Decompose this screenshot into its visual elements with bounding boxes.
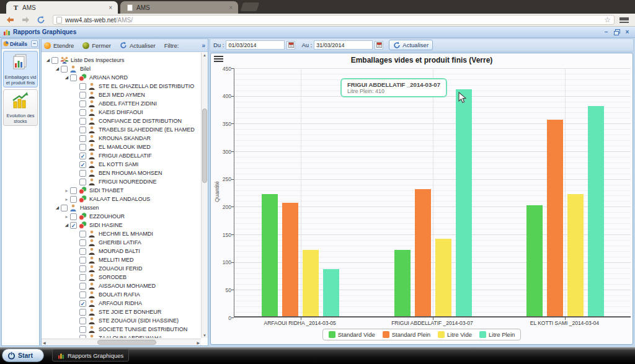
tree-item-societe-tunisie-distribution[interactable]: SOCIETE TUNISIE DISTRIBUTION <box>42 325 200 334</box>
tree-item-aissaoui-mohamed[interactable]: AISSAOUI MOHAMED <box>42 282 200 290</box>
tree-item-bilel[interactable]: ◢Bilel <box>42 64 200 73</box>
tree-checkbox[interactable] <box>79 127 86 133</box>
tree-item-el-mamlouk-imed[interactable]: EL MAMLOUK IMED <box>42 143 200 151</box>
legend-item-litre-vide[interactable]: Litre Vide <box>438 331 472 338</box>
tree-checkbox[interactable]: ✓ <box>70 222 77 229</box>
date-from-input[interactable]: 01/03/2014 <box>226 40 285 50</box>
tree-checkbox[interactable] <box>70 213 77 220</box>
tree-checkbox[interactable] <box>70 74 77 81</box>
tree-checkbox[interactable] <box>79 309 86 316</box>
tab-close-icon[interactable]: × <box>227 4 234 11</box>
tab-close-icon[interactable]: × <box>107 4 114 11</box>
tree-item-hechmi-el-mhamdi[interactable]: HECHMI EL MHAMDI <box>42 229 200 238</box>
tree-item-zouaoui-ferid[interactable]: ZOUAOUI FERID <box>42 264 200 273</box>
tree-checkbox[interactable] <box>79 179 86 185</box>
tree-checkbox[interactable] <box>79 170 86 177</box>
reload-icon[interactable] <box>35 15 47 25</box>
date-to-input[interactable]: 31/03/2014 <box>314 40 373 50</box>
tree-refresh-button[interactable]: Actualiser <box>130 42 156 49</box>
collapse-node-icon[interactable]: ◢ <box>63 75 70 80</box>
tree-checkbox[interactable] <box>79 326 86 333</box>
tree-item-frigui-noureddine[interactable]: FRIGUI NOUREDDINE <box>42 177 200 186</box>
tree-item-sidi-hasine[interactable]: ◢✓SIDI HASINE <box>42 221 200 229</box>
collapse-node-icon[interactable]: ◢ <box>45 58 51 63</box>
tree-horizontal-scrollbar[interactable]: ◀ ▶ <box>42 339 201 345</box>
tree-item-beji-med-aymen[interactable]: BEJI MED AYMEN <box>42 91 200 99</box>
tree-checkbox[interactable] <box>79 274 86 281</box>
legend-item-standard-vide[interactable]: Standard Vide <box>329 331 375 338</box>
tree-item-confiance-de-distribution[interactable]: CONFIANCE DE DISTRIBUTION <box>42 117 200 125</box>
bar-litre-plein-el-kotti-sami-2014-03-04[interactable] <box>588 106 604 316</box>
tree-item-kalaat-el-andalous[interactable]: ▸KALAAT EL ANDALOUS <box>42 195 200 203</box>
taskbar-item-rapports[interactable]: Rapports Graphiques <box>52 349 129 362</box>
tree-item-hassen[interactable]: ◢Hassen <box>42 203 200 212</box>
tree-checkbox[interactable] <box>79 144 86 151</box>
scroll-left-icon[interactable]: ◀ <box>43 340 46 345</box>
tree-item-krouna-skandar[interactable]: KROUNA SKANDAR <box>42 134 200 143</box>
tree-checkbox[interactable] <box>79 257 86 264</box>
tree-item-boulati-rafia[interactable]: BOULATI RAFIA <box>42 290 200 299</box>
expand-node-icon[interactable]: ▸ <box>63 197 70 202</box>
tree-item-ste-el-ghazella-de-distributio[interactable]: STE EL GHAZELLA DE DISTRIBUTIO <box>42 82 200 91</box>
tree-item-zaalouni-abdelwaha[interactable]: ZAALOUNI ABDELWAHA <box>42 334 200 338</box>
tree-checkbox[interactable] <box>79 335 86 339</box>
bar-litre-plein-arfaoui-ridha-2014-03-05[interactable] <box>323 269 339 316</box>
legend-item-litre-plein[interactable]: Litre Plein <box>479 331 515 338</box>
tree-item-ariana-nord[interactable]: ◢ARIANA NORD <box>42 73 200 82</box>
tree-checkbox[interactable] <box>79 248 86 255</box>
tree-checkbox[interactable] <box>79 283 86 290</box>
bar-litre-vide-frigui-abdellatif-2014-03-07[interactable] <box>435 239 451 316</box>
tree-item-ste-zouaoui-sidi-hassine[interactable]: STE ZOUAOUI (SIDI HASSINE) <box>42 316 200 325</box>
collapse-all-icon[interactable] <box>82 42 89 49</box>
browser-menu-icon[interactable] <box>619 17 629 23</box>
legend-item-standard-plein[interactable]: Standard Plein <box>383 331 430 338</box>
tree-item-abdel-fatteh-zidini[interactable]: ABDEL FATTEH ZIDINI <box>42 99 200 108</box>
tree-vertical-scrollbar[interactable]: ▲ ▼ <box>201 53 208 338</box>
forward-icon[interactable] <box>20 15 31 25</box>
tree-item-arfaoui-ridha[interactable]: ✓ARFAOUI RIDHA <box>42 299 200 308</box>
tree-checkbox[interactable] <box>79 239 86 246</box>
bar-standard-plein-frigui-abdellatif-2014-03-07[interactable] <box>415 189 431 316</box>
tree-checkbox[interactable] <box>79 109 86 116</box>
scroll-down-icon[interactable]: ▼ <box>202 334 208 337</box>
tree-item-sorodeb[interactable]: SORODEB <box>42 273 200 282</box>
nav-card-emballages[interactable]: Emballages vid et produit finis <box>3 51 38 87</box>
tree-checkbox[interactable] <box>70 196 77 203</box>
bar-standard-vide-el-kotti-sami-2014-03-04[interactable] <box>526 205 543 316</box>
scrollbar-thumb[interactable] <box>97 340 156 345</box>
close-icon[interactable]: × <box>623 29 631 36</box>
tree-item-mourad-balti[interactable]: MOURAD BALTI <box>42 247 200 255</box>
refresh-icon[interactable] <box>120 42 127 49</box>
expand-all-button[interactable]: Etendre <box>53 42 74 49</box>
tree-checkbox[interactable] <box>79 135 86 142</box>
tree-checkbox[interactable] <box>61 66 68 73</box>
tree-checkbox[interactable]: ✓ <box>79 153 86 159</box>
collapse-node-icon[interactable]: ◢ <box>63 223 70 228</box>
bar-standard-vide-frigui-abdellatif-2014-03-07[interactable] <box>394 250 411 316</box>
tree-checkbox[interactable] <box>79 118 86 125</box>
bar-litre-vide-el-kotti-sami-2014-03-04[interactable] <box>567 194 584 316</box>
tree-item-sidi-thabet[interactable]: ▸SIDI THABET <box>42 186 200 195</box>
bar-litre-plein-frigui-abdellatif-2014-03-07[interactable] <box>456 89 472 316</box>
new-tab-button[interactable] <box>241 2 260 11</box>
collapse-panel-icon[interactable]: − <box>31 40 38 47</box>
scroll-up-icon[interactable]: ▲ <box>202 53 208 57</box>
tree-checkbox[interactable] <box>79 265 86 272</box>
tree-checkbox[interactable] <box>79 231 86 237</box>
browser-tab-active[interactable]: T AMS × <box>6 1 118 14</box>
tree-item-melliti-med[interactable]: MELLITI MED <box>42 255 200 264</box>
scrollbar-thumb[interactable] <box>202 109 207 183</box>
start-button[interactable]: Start <box>2 348 44 362</box>
tree-checkbox[interactable]: ✓ <box>79 161 86 168</box>
browser-tab-inactive[interactable]: AMS × <box>120 1 238 14</box>
scroll-right-icon[interactable]: ▶ <box>197 340 200 345</box>
nav-card-evolution[interactable]: Evolution des stocks <box>3 89 38 126</box>
tree-item-liste-des-inspecteurs[interactable]: ◢Liste Des Inspecteurs <box>42 56 200 64</box>
tree-item-ste-joie-et-bonheur[interactable]: STE JOIE ET BONHEUR <box>42 308 200 316</box>
tree-checkbox[interactable] <box>79 317 86 324</box>
back-icon[interactable] <box>4 15 16 25</box>
tree-item-frigui-abdellatif[interactable]: ✓FRIGUI ABDELLATIF <box>42 151 200 160</box>
tree-item-ezzouhour[interactable]: ▸EZZOUHOUR <box>42 212 200 221</box>
bar-litre-vide-arfaoui-ridha-2014-03-05[interactable] <box>303 250 319 316</box>
restore-icon[interactable] <box>613 29 621 36</box>
